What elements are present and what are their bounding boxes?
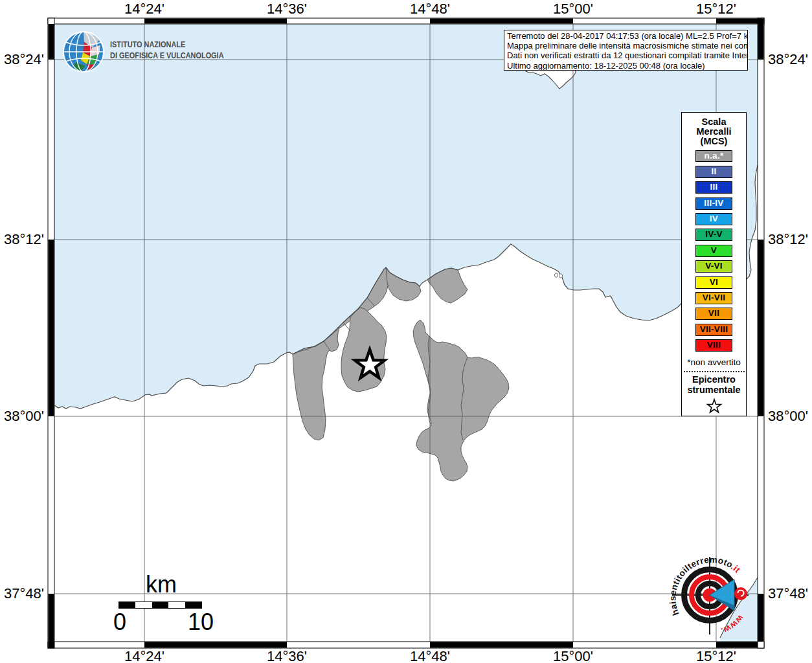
event-info-line1: Terremoto del 28-04-2017 04:17:53 (ora l… (507, 31, 745, 41)
legend-swatch-vi: VI (695, 276, 732, 289)
event-info-line2: Mappa preliminare delle intensità macros… (507, 41, 745, 51)
axis-label-bottom-4: 15°00' (544, 648, 602, 663)
event-info-line4: Ultimo aggiornamento: 18-12-2025 00:48 (… (507, 61, 745, 71)
axis-label-bottom-1: 14°24' (115, 648, 174, 663)
legend-epicenter-line1: Epicentro (687, 375, 740, 385)
legend-epicenter-title: Epicentro strumentale (687, 375, 740, 395)
axis-label-bottom-2: 14°36' (258, 648, 316, 663)
axis-label-left-2: 38°12' (0, 231, 44, 248)
scalebar-segment (168, 602, 185, 608)
axis-label-left-4: 37°48' (0, 585, 44, 602)
legend-footnote: *non avvertito (687, 357, 741, 367)
legend-swatch-vi-vii: VI-VII (695, 292, 732, 304)
scalebar-segment (152, 602, 168, 608)
mercalli-legend: Scala Mercalli (MCS) n.a.* II III III-IV… (681, 112, 747, 416)
legend-divider (684, 371, 745, 372)
ingv-globe-logo (62, 30, 106, 74)
axis-label-top-1: 14°24' (115, 1, 174, 17)
scalebar-end-label: 10 (186, 609, 215, 636)
ingv-logo-line1: ISTITUTO NAZIONALE (110, 39, 224, 50)
legend-swatch-iii: III (695, 181, 732, 194)
axis-label-top-3: 14°48' (401, 1, 459, 17)
axis-label-right-4: 37°48' (768, 585, 808, 602)
axis-label-bottom-3: 14°48' (401, 648, 459, 663)
ingv-logo-text: ISTITUTO NAZIONALE DI GEOFISICA E VULCAN… (110, 39, 224, 61)
axis-label-top-2: 14°36' (258, 1, 316, 17)
legend-epicenter-star-icon (705, 398, 723, 416)
legend-epicenter-line2: strumentale (687, 385, 740, 396)
legend-title-line3: (MCS) (697, 137, 732, 146)
legend-swatch-v: V (695, 245, 732, 257)
scalebar-start-label: 0 (107, 609, 133, 636)
legend-swatch-vii: VII (695, 308, 732, 320)
legend-swatch-na: n.a.* (695, 150, 732, 163)
axis-label-right-1: 38°24' (768, 51, 808, 68)
legend-swatch-ii: II (695, 166, 732, 178)
scalebar-segment (185, 602, 201, 608)
axis-label-right-2: 38°12' (768, 231, 808, 248)
scalebar-segment (135, 602, 152, 608)
axis-label-bottom-5: 15°12' (687, 648, 745, 663)
axis-label-top-5: 15°12' (687, 1, 745, 17)
legend-swatch-v-vi: V-VI (695, 260, 732, 273)
scalebar (118, 601, 202, 609)
shakemap-page: 14°24' 14°36' 14°48' 15°00' 15°12' 14°24… (0, 0, 812, 663)
legend-swatch-iii-iv: III-IV (695, 197, 732, 210)
event-info-line3: Dati non verificati estratti da 12 quest… (507, 51, 745, 60)
legend-title-line2: Mercalli (697, 127, 732, 137)
logo-question-badge (734, 587, 747, 600)
scalebar-unit-label: km (137, 571, 186, 598)
event-info-box: Terremoto del 28-04-2017 04:17:53 (ora l… (504, 30, 748, 71)
legend-swatch-iv-v: IV-V (695, 229, 732, 241)
legend-title-line1: Scala (697, 117, 732, 127)
axis-label-right-3: 38°00' (768, 408, 808, 425)
legend-swatch-vii-viii: VII-VIII (695, 324, 732, 336)
hsit-logo: haisentitoilterremoto .it www. (666, 552, 763, 642)
axis-label-top-4: 15°00' (544, 1, 602, 17)
ingv-logo-line2: DI GEOFISICA E VULCANOLOGIA (110, 50, 224, 61)
axis-label-left-3: 38°00' (0, 408, 44, 425)
legend-title: Scala Mercalli (MCS) (697, 117, 732, 146)
scalebar-segment (119, 602, 135, 608)
legend-swatch-iv: IV (695, 213, 732, 225)
legend-swatch-viii: VIII (695, 339, 732, 352)
axis-label-left-1: 38°24' (0, 51, 44, 68)
